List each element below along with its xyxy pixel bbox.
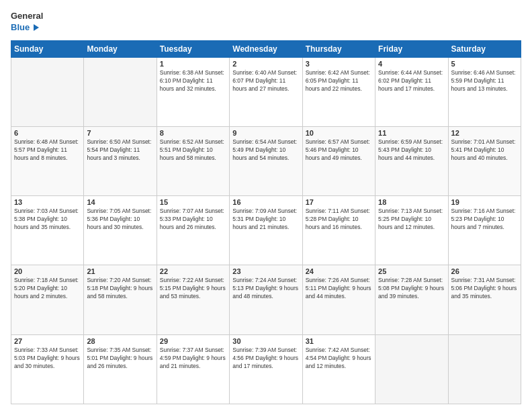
day-info: Sunrise: 7:01 AM Sunset: 5:41 PM Dayligh… [451,138,518,163]
day-number: 23 [232,267,299,275]
calendar-cell: 10Sunrise: 6:57 AM Sunset: 5:46 PM Dayli… [302,127,375,196]
day-number: 13 [14,198,81,206]
calendar-cell: 29Sunrise: 7:37 AM Sunset: 4:59 PM Dayli… [157,334,229,404]
day-number: 28 [87,337,153,345]
day-info: Sunrise: 6:54 AM Sunset: 5:49 PM Dayligh… [232,138,299,163]
day-info: Sunrise: 7:22 AM Sunset: 5:15 PM Dayligh… [160,277,226,301]
day-info: Sunrise: 7:03 AM Sunset: 5:38 PM Dayligh… [14,208,81,232]
day-info: Sunrise: 7:26 AM Sunset: 5:11 PM Dayligh… [306,277,372,301]
calendar-cell: 14Sunrise: 7:05 AM Sunset: 5:36 PM Dayli… [84,196,157,265]
calendar-cell: 30Sunrise: 7:39 AM Sunset: 4:56 PM Dayli… [230,334,302,404]
day-info: Sunrise: 7:28 AM Sunset: 5:08 PM Dayligh… [378,277,445,301]
day-number: 30 [232,337,299,345]
day-number: 27 [14,337,81,345]
header: GeneralBlue [11,11,521,34]
day-info: Sunrise: 6:57 AM Sunset: 5:46 PM Dayligh… [306,138,372,163]
day-number: 8 [160,129,226,137]
calendar-cell [448,334,521,404]
calendar-cell: 13Sunrise: 7:03 AM Sunset: 5:38 PM Dayli… [11,196,84,265]
calendar-cell: 8Sunrise: 6:52 AM Sunset: 5:51 PM Daylig… [157,127,229,196]
calendar-cell: 27Sunrise: 7:33 AM Sunset: 5:03 PM Dayli… [11,334,84,404]
day-number: 12 [451,129,518,137]
day-info: Sunrise: 6:42 AM Sunset: 6:05 PM Dayligh… [306,69,372,93]
calendar-table: SundayMondayTuesdayWednesdayThursdayFrid… [11,40,521,404]
calendar-cell: 20Sunrise: 7:18 AM Sunset: 5:20 PM Dayli… [11,265,84,334]
calendar-cell [84,57,157,126]
weekday-header-thursday: Thursday [302,40,375,57]
day-number: 21 [87,267,153,275]
weekday-header-sunday: Sunday [11,40,84,57]
day-info: Sunrise: 7:39 AM Sunset: 4:56 PM Dayligh… [232,347,299,371]
calendar-cell: 31Sunrise: 7:42 AM Sunset: 4:54 PM Dayli… [302,334,375,404]
logo-text: GeneralBlue [11,11,43,34]
day-number: 1 [160,60,226,68]
weekday-header-row: SundayMondayTuesdayWednesdayThursdayFrid… [11,40,521,57]
day-info: Sunrise: 7:18 AM Sunset: 5:20 PM Dayligh… [14,277,81,301]
day-info: Sunrise: 7:09 AM Sunset: 5:31 PM Dayligh… [232,208,299,232]
day-number: 22 [160,267,226,275]
day-number: 4 [378,60,445,68]
calendar-cell: 26Sunrise: 7:31 AM Sunset: 5:06 PM Dayli… [448,265,521,334]
day-number: 10 [306,129,372,137]
calendar-cell: 12Sunrise: 7:01 AM Sunset: 5:41 PM Dayli… [448,127,521,196]
week-row-2: 6Sunrise: 6:48 AM Sunset: 5:57 PM Daylig… [11,127,521,196]
calendar-cell: 4Sunrise: 6:44 AM Sunset: 6:02 PM Daylig… [375,57,448,126]
calendar-cell [11,57,84,126]
calendar-cell: 28Sunrise: 7:35 AM Sunset: 5:01 PM Dayli… [84,334,157,404]
weekday-header-friday: Friday [375,40,448,57]
day-info: Sunrise: 6:44 AM Sunset: 6:02 PM Dayligh… [378,69,445,93]
logo: GeneralBlue [11,11,43,34]
day-info: Sunrise: 7:33 AM Sunset: 5:03 PM Dayligh… [14,347,81,371]
page: GeneralBlue SundayMondayTuesdayWednesday… [0,0,532,411]
day-number: 3 [306,60,372,68]
calendar-cell: 2Sunrise: 6:40 AM Sunset: 6:07 PM Daylig… [230,57,302,126]
calendar-cell: 25Sunrise: 7:28 AM Sunset: 5:08 PM Dayli… [375,265,448,334]
day-number: 14 [87,198,153,206]
day-info: Sunrise: 6:52 AM Sunset: 5:51 PM Dayligh… [160,138,226,163]
day-number: 29 [160,337,226,345]
day-number: 15 [160,198,226,206]
day-info: Sunrise: 7:20 AM Sunset: 5:18 PM Dayligh… [87,277,153,301]
calendar-cell: 21Sunrise: 7:20 AM Sunset: 5:18 PM Dayli… [84,265,157,334]
calendar-cell: 3Sunrise: 6:42 AM Sunset: 6:05 PM Daylig… [302,57,375,126]
calendar-cell [375,334,448,404]
day-info: Sunrise: 6:40 AM Sunset: 6:07 PM Dayligh… [232,69,299,93]
day-number: 5 [451,60,518,68]
day-info: Sunrise: 7:35 AM Sunset: 5:01 PM Dayligh… [87,347,153,371]
calendar-cell: 19Sunrise: 7:16 AM Sunset: 5:23 PM Dayli… [448,196,521,265]
day-info: Sunrise: 6:50 AM Sunset: 5:54 PM Dayligh… [87,138,153,163]
day-number: 17 [306,198,372,206]
day-number: 24 [306,267,372,275]
day-number: 26 [451,267,518,275]
calendar-cell: 24Sunrise: 7:26 AM Sunset: 5:11 PM Dayli… [302,265,375,334]
calendar-cell: 11Sunrise: 6:59 AM Sunset: 5:43 PM Dayli… [375,127,448,196]
calendar-cell: 9Sunrise: 6:54 AM Sunset: 5:49 PM Daylig… [230,127,302,196]
week-row-5: 27Sunrise: 7:33 AM Sunset: 5:03 PM Dayli… [11,334,521,404]
calendar-cell: 22Sunrise: 7:22 AM Sunset: 5:15 PM Dayli… [157,265,229,334]
weekday-header-saturday: Saturday [448,40,521,57]
day-info: Sunrise: 7:37 AM Sunset: 4:59 PM Dayligh… [160,347,226,371]
calendar-cell: 1Sunrise: 6:38 AM Sunset: 6:10 PM Daylig… [157,57,229,126]
day-number: 6 [14,129,81,137]
day-info: Sunrise: 6:48 AM Sunset: 5:57 PM Dayligh… [14,138,81,163]
day-number: 9 [232,129,299,137]
day-number: 16 [232,198,299,206]
day-info: Sunrise: 7:05 AM Sunset: 5:36 PM Dayligh… [87,208,153,232]
calendar-cell: 7Sunrise: 6:50 AM Sunset: 5:54 PM Daylig… [84,127,157,196]
week-row-4: 20Sunrise: 7:18 AM Sunset: 5:20 PM Dayli… [11,265,521,334]
day-info: Sunrise: 7:13 AM Sunset: 5:25 PM Dayligh… [378,208,445,232]
day-number: 19 [451,198,518,206]
day-info: Sunrise: 7:07 AM Sunset: 5:33 PM Dayligh… [160,208,226,232]
calendar-cell: 23Sunrise: 7:24 AM Sunset: 5:13 PM Dayli… [230,265,302,334]
day-info: Sunrise: 7:31 AM Sunset: 5:06 PM Dayligh… [451,277,518,301]
calendar-cell: 16Sunrise: 7:09 AM Sunset: 5:31 PM Dayli… [230,196,302,265]
day-info: Sunrise: 6:38 AM Sunset: 6:10 PM Dayligh… [160,69,226,93]
day-info: Sunrise: 7:16 AM Sunset: 5:23 PM Dayligh… [451,208,518,232]
calendar-cell: 6Sunrise: 6:48 AM Sunset: 5:57 PM Daylig… [11,127,84,196]
day-number: 2 [232,60,299,68]
day-info: Sunrise: 7:42 AM Sunset: 4:54 PM Dayligh… [306,347,372,371]
weekday-header-wednesday: Wednesday [230,40,302,57]
day-info: Sunrise: 7:11 AM Sunset: 5:28 PM Dayligh… [306,208,372,232]
day-number: 31 [306,337,372,345]
day-number: 25 [378,267,445,275]
